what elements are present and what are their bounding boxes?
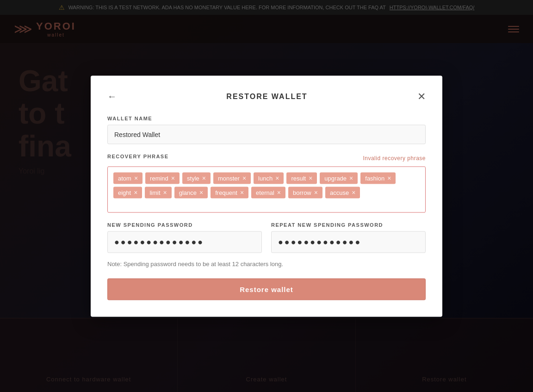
wallet-name-input[interactable]	[107, 124, 426, 144]
phrase-tag: accuse×	[325, 187, 360, 198]
recovery-phrase-label: RECOVERY PHRASE	[107, 153, 169, 159]
phrase-tag: remind×	[145, 172, 180, 184]
back-button[interactable]: ←	[107, 91, 117, 102]
close-button[interactable]: ✕	[417, 90, 426, 102]
phrase-word: accuse	[330, 189, 349, 196]
phrase-tag: result×	[286, 172, 317, 184]
phrase-remove-icon[interactable]: ×	[277, 189, 281, 196]
phrase-tag: atom×	[113, 172, 143, 184]
phrase-remove-icon[interactable]: ×	[352, 189, 355, 196]
phrase-tag: glance×	[174, 187, 208, 198]
phrase-tag: limit×	[145, 187, 171, 198]
phrase-tag: upgrade×	[320, 172, 358, 184]
phrase-word: glance	[179, 189, 197, 196]
wallet-name-label: WALLET NAME	[107, 115, 426, 121]
phrase-tag: frequent×	[211, 187, 248, 198]
phrase-remove-icon[interactable]: ×	[242, 175, 246, 181]
phrase-word: style	[187, 174, 199, 181]
phrase-word: lunch	[258, 174, 273, 181]
phrase-word: borrow	[293, 189, 311, 196]
phrase-tag: borrow×	[288, 187, 322, 198]
phrase-remove-icon[interactable]: ×	[202, 175, 206, 181]
modal-title: RESTORE WALLET	[117, 92, 417, 100]
phrase-word: fashion	[365, 174, 384, 181]
phrase-remove-icon[interactable]: ×	[171, 175, 175, 181]
phrase-word: eternal	[256, 189, 274, 196]
new-password-input[interactable]	[107, 231, 262, 253]
phrase-tag: fashion×	[360, 172, 396, 184]
phrase-remove-icon[interactable]: ×	[134, 175, 138, 181]
phrase-remove-icon[interactable]: ×	[134, 189, 137, 196]
modal-header: ← RESTORE WALLET ✕	[107, 90, 426, 102]
phrase-remove-icon[interactable]: ×	[387, 175, 391, 181]
phrase-word: frequent	[215, 189, 237, 196]
repeat-password-input[interactable]	[271, 231, 426, 253]
invalid-msg: Invalid recovery phrase	[363, 155, 426, 161]
password-row: NEW SPENDING PASSWORD REPEAT NEW SPENDIN…	[107, 222, 426, 253]
new-password-label: NEW SPENDING PASSWORD	[107, 222, 262, 227]
phrase-remove-icon[interactable]: ×	[309, 175, 312, 181]
phrase-tag: style×	[182, 172, 211, 184]
new-password-field: NEW SPENDING PASSWORD	[107, 222, 262, 253]
phrase-tag: lunch×	[254, 172, 284, 184]
phrase-word: eight	[118, 189, 131, 196]
phrase-tag: monster×	[213, 172, 251, 184]
recovery-header: RECOVERY PHRASE Invalid recovery phrase	[107, 153, 426, 162]
phrase-remove-icon[interactable]: ×	[349, 175, 353, 181]
repeat-password-field: REPEAT NEW SPENDING PASSWORD	[271, 222, 426, 253]
recovery-phrase-box[interactable]: atom×remind×style×monster×lunch×result×u…	[107, 166, 426, 212]
wallet-name-field: WALLET NAME	[107, 115, 426, 144]
password-note: Note: Spending password needs to be at l…	[107, 260, 426, 267]
phrase-word: remind	[150, 174, 168, 181]
repeat-password-label: REPEAT NEW SPENDING PASSWORD	[271, 222, 426, 227]
restore-wallet-button[interactable]: Restore wallet	[107, 278, 426, 300]
phrase-tag: eight×	[113, 187, 142, 198]
recovery-phrase-section: RECOVERY PHRASE Invalid recovery phrase …	[107, 153, 426, 212]
phrase-word: result	[291, 174, 306, 181]
phrase-remove-icon[interactable]: ×	[163, 189, 167, 196]
restore-wallet-modal: ← RESTORE WALLET ✕ WALLET NAME RECOVERY …	[91, 75, 442, 317]
phrase-word: atom	[118, 174, 131, 181]
phrase-tag: eternal×	[251, 187, 285, 198]
phrase-remove-icon[interactable]: ×	[240, 189, 244, 196]
phrase-word: monster	[218, 174, 240, 181]
phrase-word: upgrade	[324, 174, 347, 181]
phrase-remove-icon[interactable]: ×	[199, 189, 203, 196]
phrase-word: limit	[149, 189, 160, 196]
phrase-remove-icon[interactable]: ×	[275, 175, 279, 181]
phrase-remove-icon[interactable]: ×	[314, 189, 318, 196]
